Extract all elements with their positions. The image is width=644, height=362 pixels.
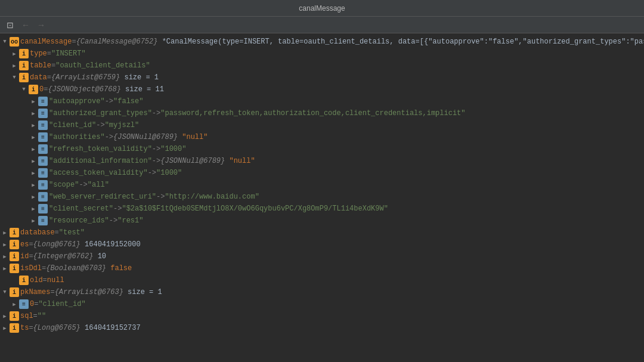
type-icon-redirect-uri: ≡ bbox=[38, 192, 48, 202]
expand-icon-additional-info[interactable] bbox=[29, 156, 38, 166]
type-icon-pkNames: i bbox=[10, 287, 19, 297]
expand-icon-scope[interactable] bbox=[29, 180, 38, 190]
tree-row-access-validity: ≡ "access_token_validity" -> "1000" bbox=[0, 167, 644, 179]
forward-icon: → bbox=[37, 20, 45, 30]
expand-icon-access-validity[interactable] bbox=[29, 168, 38, 178]
type-icon-client-secret: ≡ bbox=[38, 204, 48, 214]
type-icon-resource-ids: ≡ bbox=[38, 216, 48, 225]
tree-row-database: i database = "test" bbox=[0, 227, 644, 239]
tree-row-resource-ids: ≡ "resource_ids" -> "res1" bbox=[0, 215, 644, 227]
type-icon-isDdl: i bbox=[10, 264, 19, 273]
tree-row-client-id: ≡ "client_id" -> "myjszl" bbox=[0, 119, 644, 131]
camera-icon: ⊡ bbox=[7, 20, 14, 30]
camera-button[interactable]: ⊡ bbox=[4, 18, 17, 32]
expand-icon-root[interactable] bbox=[0, 37, 10, 47]
expand-icon-autoapprove[interactable] bbox=[29, 97, 38, 106]
type-icon-old: i bbox=[19, 276, 29, 285]
back-icon: ← bbox=[21, 20, 30, 30]
type-icon-ts: i bbox=[10, 323, 19, 333]
tree-row-grant-types: ≡ "authorized_grant_types" -> "password,… bbox=[0, 107, 644, 119]
expand-icon-table[interactable] bbox=[10, 61, 19, 70]
expand-icon-pkNames-0[interactable] bbox=[10, 299, 19, 309]
title: canalMessage bbox=[299, 4, 345, 13]
expand-icon-id[interactable] bbox=[0, 252, 10, 261]
tree-row-es: i es = {Long@6761} 1640419152000 bbox=[0, 239, 644, 250]
expand-icon-pkNames[interactable] bbox=[0, 287, 10, 297]
tree-row-root: oo canalMessage = {CanalMessage@6752} *C… bbox=[0, 36, 644, 48]
tree-row-autoapprove: ≡ "autoapprove" -> "false" bbox=[0, 95, 644, 107]
type-icon-client-id: ≡ bbox=[38, 120, 48, 130]
tree-row-sql: i sql = "" bbox=[0, 310, 644, 322]
expand-icon-isDdl[interactable] bbox=[0, 264, 10, 273]
type-icon-database: i bbox=[10, 228, 19, 237]
type-icon-grant-types: ≡ bbox=[38, 109, 48, 118]
expand-icon-database[interactable] bbox=[0, 228, 10, 237]
tree-row-refresh-validity: ≡ "refresh_token_validity" -> "1000" bbox=[0, 143, 644, 155]
tree-row-data-0: i 0 = {JSONObject@6768} size = 11 bbox=[0, 83, 644, 95]
type-icon-refresh-validity: ≡ bbox=[38, 144, 48, 154]
expand-icon-sql[interactable] bbox=[0, 311, 10, 321]
expand-icon-ts[interactable] bbox=[0, 323, 10, 333]
type-icon-additional-info: ≡ bbox=[38, 156, 48, 166]
expand-icon-redirect-uri[interactable] bbox=[29, 192, 38, 202]
type-icon-autoapprove: ≡ bbox=[38, 97, 48, 106]
tree-row-old: i old = null bbox=[0, 274, 644, 286]
tree-row-authorities: ≡ "authorities" -> {JSONNull@6789} "null… bbox=[0, 131, 644, 143]
title-bar: canalMessage bbox=[0, 0, 644, 17]
tree-row-data: i data = {ArrayList@6759} size = 1 bbox=[0, 72, 644, 83]
type-icon-scope: ≡ bbox=[38, 180, 48, 190]
root-name: canalMessage bbox=[20, 38, 72, 46]
type-icon-es: i bbox=[10, 240, 19, 249]
type-icon-type: i bbox=[19, 49, 29, 58]
tree-row-pkNames: i pkNames = {ArrayList@6763} size = 1 bbox=[0, 286, 644, 298]
type-icon-id: i bbox=[10, 252, 19, 261]
type-icon-data-0: i bbox=[29, 85, 38, 94]
expand-icon-es[interactable] bbox=[0, 240, 10, 249]
tree-view[interactable]: oo canalMessage = {CanalMessage@6752} *C… bbox=[0, 33, 644, 362]
expand-icon-data-0[interactable] bbox=[19, 85, 29, 94]
tree-row-pkNames-0: ≡ 0 = "client_id" bbox=[0, 298, 644, 310]
expand-icon-resource-ids[interactable] bbox=[29, 216, 38, 225]
expand-icon-grant-types[interactable] bbox=[29, 109, 38, 118]
type-icon-pkNames-0: ≡ bbox=[19, 299, 29, 309]
type-icon-sql: i bbox=[10, 311, 19, 321]
expand-icon-type[interactable] bbox=[10, 49, 19, 58]
expand-icon-client-secret[interactable] bbox=[29, 204, 38, 214]
expand-icon-data[interactable] bbox=[10, 73, 19, 82]
tree-row-type: i type = "INSERT" bbox=[0, 48, 644, 60]
tree-row-scope: ≡ "scope" -> "all" bbox=[0, 179, 644, 191]
expand-icon-refresh-validity[interactable] bbox=[29, 144, 38, 154]
type-icon-data: i bbox=[19, 73, 29, 82]
tree-row-client-secret: ≡ "client_secret" -> "$2a$10$F1tQdeb0SEM… bbox=[0, 203, 644, 215]
toolbar: ⊡ ← → bbox=[0, 17, 644, 33]
back-button[interactable]: ← bbox=[19, 18, 32, 32]
forward-button[interactable]: → bbox=[35, 18, 48, 32]
type-icon-access-validity: ≡ bbox=[38, 168, 48, 178]
tree-row-additional-info: ≡ "additional_information" -> {JSONNull@… bbox=[0, 155, 644, 167]
tree-row-table: i table = "oauth_client_details" bbox=[0, 60, 644, 72]
expand-icon-old bbox=[0, 276, 10, 285]
tree-row-isDdl: i isDdl = {Boolean@6703} false bbox=[0, 262, 644, 274]
tree-row-redirect-uri: ≡ "web_server_redirect_uri" -> "http://w… bbox=[0, 191, 644, 203]
type-icon-table: i bbox=[19, 61, 29, 70]
tree-row-ts: i ts = {Long@6765} 1640419152737 bbox=[0, 322, 644, 334]
expand-icon-client-id[interactable] bbox=[29, 120, 38, 130]
tree-row-id: i id = {Integer@6762} 10 bbox=[0, 250, 644, 262]
type-icon-authorities: ≡ bbox=[38, 132, 48, 142]
expand-icon-authorities[interactable] bbox=[29, 132, 38, 142]
type-icon-root: oo bbox=[10, 37, 19, 47]
